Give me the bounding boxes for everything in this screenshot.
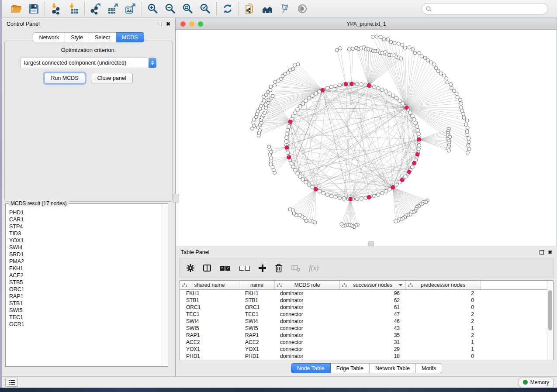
column-header-successor-nodes[interactable]: successor nodes xyxy=(340,281,406,289)
first-neighbors-icon[interactable] xyxy=(262,3,273,14)
column-header-name[interactable]: name xyxy=(239,281,275,289)
cell-successor-nodes: 46 xyxy=(339,318,404,324)
tab-style[interactable]: Style xyxy=(65,32,89,42)
table-scrollbar[interactable] xyxy=(547,281,553,360)
memory-button[interactable]: Memory xyxy=(519,378,554,387)
mcds-result-item[interactable]: STP4 xyxy=(9,223,162,230)
mcds-result-item[interactable]: FKH1 xyxy=(9,265,162,272)
zoom-fit-icon[interactable] xyxy=(182,3,194,14)
mcds-result-item[interactable]: ACE2 xyxy=(9,272,162,279)
table-row[interactable]: ORC1ORC1dominator610 xyxy=(180,304,547,311)
run-mcds-button[interactable]: Run MCDS xyxy=(44,73,85,83)
column-header-shared-name[interactable]: shared name xyxy=(180,281,239,289)
cell-name: SWI5 xyxy=(239,325,274,331)
optimization-criterion-dropdown[interactable]: largest connected component (undirected) xyxy=(20,58,156,68)
close-table-panel-icon[interactable]: ✖ xyxy=(548,250,552,255)
float-panel-icon[interactable] xyxy=(158,22,162,26)
table-row[interactable]: FKH1FKH1dominator962 xyxy=(180,290,547,297)
column-header-predecessor-nodes[interactable]: predecessor nodes xyxy=(406,281,481,289)
table-row[interactable]: STB1STB1dominator620 xyxy=(180,297,547,304)
maximize-window-icon[interactable] xyxy=(198,21,203,27)
mcds-result-item[interactable]: TID3 xyxy=(9,230,162,237)
zoom-selected-icon[interactable] xyxy=(200,3,211,14)
mcds-result-item[interactable]: STB1 xyxy=(9,300,162,307)
mcds-result-item[interactable]: SRD1 xyxy=(9,251,162,258)
export-table-icon[interactable] xyxy=(107,3,119,14)
fan-edge xyxy=(269,147,287,148)
mcds-result-item[interactable]: SWI5 xyxy=(9,307,162,314)
save-session-icon[interactable] xyxy=(28,3,39,14)
mcds-result-item[interactable]: PMA2 xyxy=(9,258,162,265)
add-icon[interactable] xyxy=(259,263,266,273)
mcds-result-item[interactable]: CAR1 xyxy=(9,216,162,223)
table-row[interactable]: RAP1RAP1dominator352 xyxy=(180,332,547,339)
tab-network-table[interactable]: Network Table xyxy=(370,363,416,373)
open-session-icon[interactable] xyxy=(10,3,22,14)
select-all-icon[interactable] xyxy=(219,263,231,273)
network-node xyxy=(334,84,337,87)
tab-mcds[interactable]: MCDS xyxy=(116,32,144,42)
tab-motifs[interactable]: Motifs xyxy=(416,363,442,373)
network-node xyxy=(414,121,417,124)
import-network-icon[interactable] xyxy=(50,3,62,14)
network-node xyxy=(417,147,420,151)
sort-chevron-icon xyxy=(399,284,402,286)
leaf-node xyxy=(389,40,393,44)
mcds-result-item[interactable]: STB5 xyxy=(9,279,162,286)
mcds-result-item[interactable]: PHD1 xyxy=(9,209,162,216)
deselect-all-icon[interactable] xyxy=(239,263,250,273)
zoom-in-icon[interactable] xyxy=(147,3,159,14)
tab-select[interactable]: Select xyxy=(89,32,116,42)
network-titlebar[interactable]: YPA_prune.txt_1 xyxy=(176,18,557,30)
mcds-node xyxy=(288,120,292,124)
table-row[interactable]: PHD1PHD1dominator180 xyxy=(180,353,547,360)
show-column-icon[interactable] xyxy=(203,263,211,273)
table-settings-gear-icon[interactable] xyxy=(186,263,195,273)
network-document-icon[interactable] xyxy=(244,3,256,14)
leaf-node xyxy=(467,144,470,147)
leaf-node xyxy=(397,42,400,45)
horizontal-divider-handle[interactable] xyxy=(368,241,374,246)
delete-icon[interactable] xyxy=(274,263,283,273)
fan-edge xyxy=(283,76,322,90)
network-canvas[interactable] xyxy=(176,30,557,246)
column-header-MCDS-role[interactable]: MCDS role xyxy=(275,281,340,289)
table-row[interactable]: SWI4SWI4dominator462 xyxy=(180,318,547,325)
leaf-node xyxy=(252,124,256,127)
fan-edge xyxy=(350,199,354,227)
close-window-icon[interactable] xyxy=(180,21,186,27)
table-row[interactable]: TEC1TEC1connector472 xyxy=(180,311,547,318)
vertical-divider-handle[interactable] xyxy=(173,194,179,203)
close-panel-icon[interactable]: ✖ xyxy=(166,21,170,27)
table-row[interactable]: SWI5SWI5connector431 xyxy=(180,325,547,332)
tab-node-table[interactable]: Node Table xyxy=(291,363,331,373)
table-row[interactable]: YOX1YOX1connector291 xyxy=(180,346,547,353)
tab-edge-table[interactable]: Edge Table xyxy=(331,363,370,373)
table-scrollbar-thumb[interactable] xyxy=(548,290,552,330)
mcds-result-item[interactable]: RAP1 xyxy=(9,293,162,300)
network-node xyxy=(416,128,419,132)
float-table-panel-icon[interactable] xyxy=(540,250,544,254)
cell-shared-name: ACE2 xyxy=(180,339,239,345)
tab-network[interactable]: Network xyxy=(33,32,65,42)
import-table-icon[interactable] xyxy=(68,3,79,14)
mcds-result-item[interactable]: TEC1 xyxy=(9,314,162,321)
leaf-node xyxy=(401,43,404,46)
export-network-icon[interactable] xyxy=(90,3,101,14)
export-image-icon[interactable] xyxy=(125,3,136,14)
mcds-result-scrollbar[interactable] xyxy=(162,204,168,366)
mcds-result-item[interactable]: YOX1 xyxy=(9,237,162,244)
mcds-result-item[interactable]: GCR1 xyxy=(9,321,162,328)
close-panel-button[interactable]: Close panel xyxy=(91,73,133,83)
table-row[interactable]: ACE2ACE2connector311 xyxy=(180,339,547,346)
search-box[interactable] xyxy=(422,3,548,14)
search-input[interactable] xyxy=(434,5,544,12)
zoom-out-icon[interactable] xyxy=(165,3,176,14)
task-history-button[interactable] xyxy=(5,378,18,387)
refresh-layout-icon[interactable] xyxy=(222,3,233,14)
mcds-result-item[interactable]: ORC1 xyxy=(9,286,162,293)
hide-selected-icon[interactable] xyxy=(279,3,291,14)
show-all-icon[interactable] xyxy=(297,3,308,14)
mcds-result-item[interactable]: SWI4 xyxy=(9,244,162,251)
minimize-window-icon[interactable] xyxy=(189,21,194,27)
